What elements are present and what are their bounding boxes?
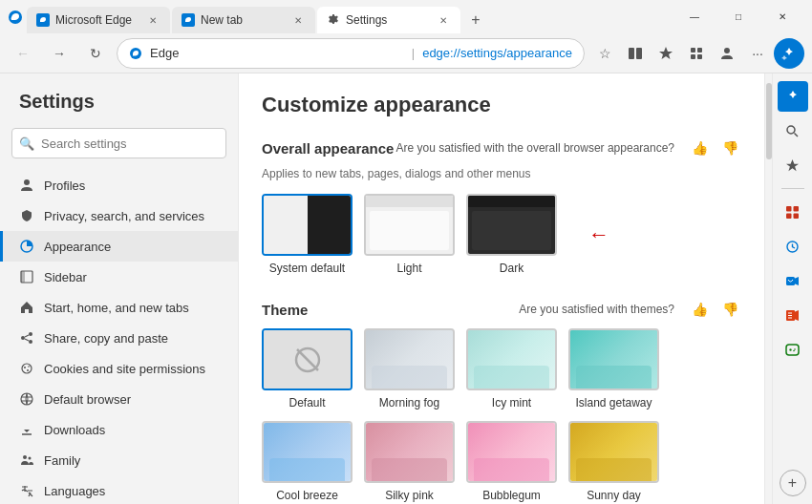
overall-feedback-question: Are you satisfied with the overall brows… bbox=[396, 141, 675, 155]
sidebar-item-downloads[interactable]: Downloads bbox=[0, 414, 238, 445]
sidebar-item-default-browser[interactable]: Default browser bbox=[0, 384, 238, 414]
tab-close-settings[interactable]: ✕ bbox=[436, 12, 451, 28]
sidebar-label-default-browser: Default browser bbox=[44, 392, 131, 407]
rs-collections[interactable] bbox=[778, 197, 808, 227]
sidebar-item-cookies[interactable]: Cookies and site permissions bbox=[0, 353, 238, 384]
sidebar-label-downloads: Downloads bbox=[44, 423, 105, 437]
theme-silky-pink[interactable]: Silky pink bbox=[364, 421, 455, 502]
svg-point-11 bbox=[24, 179, 30, 185]
thumbs-up-theme[interactable]: 👍 bbox=[688, 298, 711, 321]
star-button[interactable]: ☆ bbox=[590, 39, 619, 68]
minimize-button[interactable]: — bbox=[673, 3, 716, 32]
tab-title-settings: Settings bbox=[346, 13, 430, 27]
sidebar-item-appearance[interactable]: Appearance bbox=[0, 231, 238, 262]
theme-morning-fog-label: Morning fog bbox=[379, 396, 439, 410]
theme-icy-mint[interactable]: Icy mint bbox=[466, 328, 557, 410]
tab-favicon-edge bbox=[36, 13, 50, 27]
dark-preview-inner bbox=[468, 196, 555, 254]
tab-close-edge[interactable]: ✕ bbox=[145, 12, 160, 28]
svg-rect-7 bbox=[697, 48, 702, 52]
refresh-button[interactable]: ↻ bbox=[80, 38, 111, 69]
sidebar-item-family[interactable]: Family bbox=[0, 445, 238, 475]
copilot-button[interactable] bbox=[774, 38, 804, 69]
more-button[interactable]: ··· bbox=[743, 39, 772, 68]
thumbs-down-theme[interactable]: 👎 bbox=[718, 298, 741, 321]
rs-games[interactable] bbox=[778, 334, 808, 365]
sidebar-label-privacy: Privacy, search, and services bbox=[44, 209, 204, 223]
address-bar[interactable]: Edge | edge://settings/appearance bbox=[117, 38, 585, 69]
theme-cool-breeze[interactable]: Cool breeze bbox=[262, 421, 353, 502]
appearance-options: System default Light bbox=[262, 194, 741, 275]
svg-rect-42 bbox=[794, 206, 800, 212]
overall-appearance-header: Overall appearance Are you satisfied wit… bbox=[262, 136, 741, 159]
rs-history[interactable] bbox=[778, 231, 808, 262]
svg-rect-5 bbox=[636, 48, 642, 59]
profile-button[interactable] bbox=[713, 39, 741, 68]
collections-button[interactable] bbox=[682, 39, 711, 68]
rs-office[interactable] bbox=[778, 300, 808, 330]
sidebar-item-sidebar[interactable]: Sidebar bbox=[0, 262, 238, 292]
sidebar-item-languages[interactable]: Languages bbox=[0, 475, 238, 504]
rs-add-button[interactable]: + bbox=[780, 470, 806, 496]
downloads-icon bbox=[19, 422, 34, 437]
theme-bubblegum[interactable]: Bubblegum bbox=[466, 421, 557, 502]
forward-button[interactable]: → bbox=[44, 38, 75, 69]
favorites-button[interactable] bbox=[652, 39, 680, 68]
theme-bubblegum-preview bbox=[466, 421, 557, 483]
right-sidebar: + bbox=[772, 74, 812, 504]
thumbs-down-overall[interactable]: 👎 bbox=[718, 136, 741, 159]
close-button[interactable]: ✕ bbox=[760, 3, 804, 32]
window-controls: — □ ✕ bbox=[673, 3, 804, 32]
main: Settings 🔍 Profiles Privacy, search, and… bbox=[0, 74, 812, 504]
maximize-button[interactable]: □ bbox=[716, 3, 760, 32]
theme-default-label: Default bbox=[288, 396, 325, 410]
theme-row-1: Default Morning fog bbox=[262, 328, 741, 410]
theme-default[interactable]: Default bbox=[262, 328, 353, 410]
svg-point-39 bbox=[787, 126, 795, 134]
svg-rect-4 bbox=[629, 48, 634, 59]
back-button[interactable]: ← bbox=[8, 38, 38, 69]
rs-favorites[interactable] bbox=[778, 150, 808, 180]
scrollbar[interactable] bbox=[764, 74, 772, 504]
theme-island-getaway[interactable]: Island getaway bbox=[568, 328, 659, 410]
light-option[interactable]: Light bbox=[364, 194, 455, 275]
sidebar-item-privacy[interactable]: Privacy, search, and services bbox=[0, 200, 238, 231]
svg-rect-14 bbox=[21, 271, 25, 283]
sidebar-item-share[interactable]: Share, copy and paste bbox=[0, 323, 238, 353]
svg-point-10 bbox=[724, 48, 730, 53]
address-separator: | bbox=[412, 46, 415, 60]
theme-feedback-question: Are you satisfied with themes? bbox=[519, 303, 674, 316]
rs-copilot[interactable] bbox=[778, 81, 808, 112]
appearance-icon bbox=[19, 239, 34, 254]
rs-outlook[interactable] bbox=[778, 265, 808, 296]
tab-close-new[interactable]: ✕ bbox=[290, 12, 306, 28]
svg-point-51 bbox=[793, 349, 795, 351]
rs-search[interactable] bbox=[778, 116, 808, 146]
theme-cool-breeze-preview bbox=[262, 421, 353, 483]
new-tab-button[interactable]: + bbox=[462, 7, 489, 33]
theme-sunny-day[interactable]: Sunny day bbox=[568, 421, 659, 502]
tab-microsoft-edge[interactable]: Microsoft Edge ✕ bbox=[27, 7, 170, 33]
light-preview-inner bbox=[366, 196, 453, 254]
svg-rect-43 bbox=[786, 213, 792, 219]
theme-sunny-day-preview bbox=[568, 421, 659, 483]
dark-option[interactable]: Dark ← bbox=[466, 194, 557, 275]
home-icon bbox=[19, 300, 34, 315]
sidebar-label-languages: Languages bbox=[44, 484, 105, 498]
theme-icy-mint-label: Icy mint bbox=[492, 396, 531, 410]
search-icon: 🔍 bbox=[19, 136, 34, 151]
svg-rect-44 bbox=[794, 213, 800, 219]
svg-point-28 bbox=[23, 455, 27, 459]
sidebar-item-start-home[interactable]: Start, home, and new tabs bbox=[0, 292, 238, 323]
search-input[interactable] bbox=[11, 128, 226, 158]
tab-title-new: New tab bbox=[201, 13, 285, 27]
split-button[interactable] bbox=[621, 39, 650, 68]
sidebar-item-profiles[interactable]: Profiles bbox=[0, 170, 238, 200]
tabs-container: Microsoft Edge ✕ New tab ✕ Settings ✕ + bbox=[27, 0, 669, 33]
thumbs-up-overall[interactable]: 👍 bbox=[688, 136, 711, 159]
system-default-option[interactable]: System default bbox=[262, 194, 353, 275]
theme-morning-fog[interactable]: Morning fog bbox=[364, 328, 455, 410]
tab-settings[interactable]: Settings ✕ bbox=[317, 7, 460, 33]
tab-new-tab[interactable]: New tab ✕ bbox=[172, 7, 315, 33]
tab-title-edge: Microsoft Edge bbox=[55, 13, 139, 27]
